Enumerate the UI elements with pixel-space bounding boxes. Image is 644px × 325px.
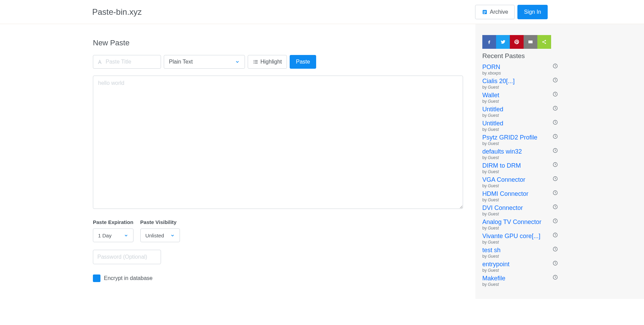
clock-icon [552, 190, 558, 195]
paste-link[interactable]: test sh [482, 247, 501, 254]
recent-paste-item: Untitledby Guest [482, 105, 558, 119]
password-row [93, 250, 463, 264]
syntax-selected: Plain Text [169, 59, 193, 65]
paste-link[interactable]: HDMI Connector [482, 190, 528, 197]
signin-label: Sign In [524, 9, 541, 15]
archive-label: Archive [490, 9, 508, 15]
paste-link[interactable]: Makefile [482, 275, 505, 282]
paste-link[interactable]: Cialis 20[...] [482, 78, 515, 85]
facebook-share-button[interactable] [482, 35, 496, 49]
paste-author: by Guest [482, 212, 558, 216]
paste-toolbar: Plain Text Highlight Paste [93, 55, 463, 69]
clock-icon [552, 77, 558, 83]
clock-icon [552, 91, 558, 97]
paste-author: by Guest [482, 254, 558, 259]
paste-author: by Guest [482, 282, 558, 287]
title-input[interactable] [106, 59, 157, 65]
signin-button[interactable]: Sign In [517, 5, 548, 19]
main-content: New Paste Plain Text Highlight Pas [0, 24, 475, 299]
paste-link[interactable]: Analog TV Connector [482, 218, 541, 225]
clock-icon [552, 274, 558, 280]
paste-link[interactable]: PORN [482, 64, 500, 70]
recent-paste-item: Vivante GPU core[...]by Guest [482, 232, 558, 246]
svg-rect-8 [254, 63, 255, 63]
expiration-group: Paste Expiration 1 Day [93, 219, 133, 242]
email-share-button[interactable] [524, 35, 537, 49]
title-input-group [93, 55, 161, 69]
paste-link[interactable]: Vivante GPU core[...] [482, 233, 540, 239]
recent-pastes-title: Recent Pastes [482, 52, 558, 60]
svg-rect-6 [254, 61, 255, 62]
recent-pastes-list: PORNby xboxpsCialis 20[...]by GuestWalle… [482, 63, 558, 288]
recent-paste-item: Cialis 20[...]by Guest [482, 77, 558, 91]
paste-author: by Guest [482, 127, 558, 132]
clock-icon [552, 218, 558, 224]
clock-icon [552, 148, 558, 153]
paste-link[interactable]: VGA Connector [482, 176, 525, 183]
paste-author: by Guest [482, 198, 558, 202]
recent-paste-item: DIRM to DRMby Guest [482, 161, 558, 175]
recent-paste-item: PORNby xboxps [482, 63, 558, 77]
page-title: New Paste [93, 38, 463, 47]
sharethis-share-button[interactable] [537, 35, 551, 49]
paste-author: by Guest [482, 99, 558, 104]
encrypt-row: Encrypt in database [93, 274, 463, 282]
archive-button[interactable]: Archive [475, 5, 515, 19]
paste-author: by xboxps [482, 71, 558, 76]
paste-content-input[interactable] [93, 76, 463, 209]
clock-icon [552, 204, 558, 210]
header: Paste-bin.xyz Archive Sign In [0, 0, 644, 24]
paste-author: by Guest [482, 141, 558, 146]
social-share [482, 35, 558, 49]
recent-paste-item: entrypointby Guest [482, 260, 558, 274]
svg-rect-1 [483, 11, 486, 12]
paste-link[interactable]: defaults win32 [482, 148, 522, 155]
paste-link[interactable]: Wallet [482, 92, 499, 99]
paste-link[interactable]: Untitled [482, 106, 503, 113]
expiration-selected: 1 Day [98, 233, 111, 238]
paste-link[interactable]: DVI Connector [482, 204, 523, 211]
paste-author: by Guest [482, 155, 558, 160]
svg-rect-3 [483, 13, 485, 14]
twitter-share-button[interactable] [496, 35, 510, 49]
highlight-label: Highlight [260, 59, 282, 65]
encrypt-checkbox[interactable] [93, 274, 100, 282]
archive-icon [482, 9, 488, 15]
paste-link[interactable]: DIRM to DRM [482, 162, 521, 169]
pinterest-share-button[interactable] [510, 35, 524, 49]
paste-author: by Guest [482, 226, 558, 231]
paste-link[interactable]: Psytz GRID2 Profile [482, 134, 537, 141]
recent-paste-item: Psytz GRID2 Profileby Guest [482, 133, 558, 147]
paste-button[interactable]: Paste [290, 55, 316, 69]
recent-paste-item: Walletby Guest [482, 91, 558, 105]
password-input[interactable] [93, 250, 161, 264]
paste-link[interactable]: Untitled [482, 120, 503, 127]
clock-icon [552, 260, 558, 266]
clock-icon [552, 134, 558, 139]
svg-rect-4 [254, 60, 255, 60]
highlight-icon [253, 59, 258, 65]
visibility-label: Paste Visibility [140, 219, 180, 225]
chevron-down-icon [235, 59, 240, 64]
recent-paste-item: VGA Connectorby Guest [482, 175, 558, 189]
visibility-selected: Unlisted [146, 233, 164, 238]
svg-rect-5 [255, 60, 258, 60]
font-icon [97, 59, 103, 65]
recent-paste-item: Makefileby Guest [482, 274, 558, 288]
clock-icon [552, 63, 558, 69]
clock-icon [552, 105, 558, 111]
paste-author: by Guest [482, 183, 558, 188]
recent-paste-item: Untitledby Guest [482, 119, 558, 133]
expiration-select[interactable]: 1 Day [93, 228, 133, 242]
svg-rect-9 [255, 63, 258, 63]
visibility-select[interactable]: Unlisted [140, 228, 180, 242]
highlight-button[interactable]: Highlight [248, 55, 287, 69]
svg-rect-2 [483, 12, 486, 13]
syntax-select[interactable]: Plain Text [164, 55, 245, 69]
paste-link[interactable]: entrypoint [482, 261, 509, 268]
paste-author: by Guest [482, 85, 558, 90]
clock-icon [552, 232, 558, 238]
recent-paste-item: DVI Connectorby Guest [482, 203, 558, 217]
brand-logo[interactable]: Paste-bin.xyz [92, 7, 142, 17]
clock-icon [552, 162, 558, 167]
